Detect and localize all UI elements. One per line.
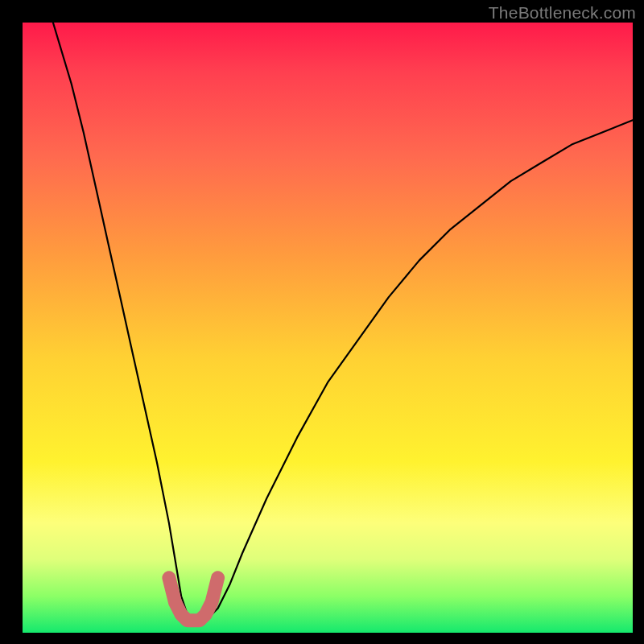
curve-svg xyxy=(23,23,633,633)
watermark-text: TheBottleneck.com xyxy=(489,3,636,23)
bottleneck-curve-path xyxy=(53,23,633,621)
optimal-zone-path xyxy=(169,578,218,621)
chart-stage: TheBottleneck.com xyxy=(0,0,644,644)
plot-area xyxy=(23,23,633,633)
